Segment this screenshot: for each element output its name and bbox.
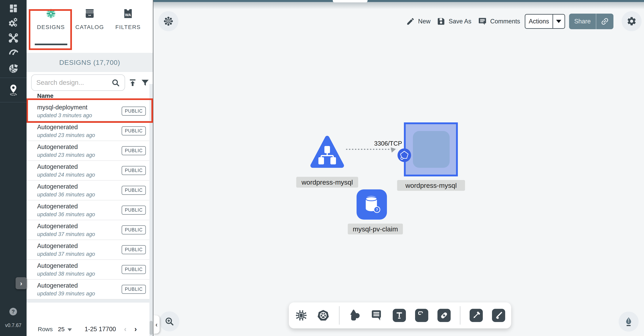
share-button-label[interactable]: Share [569, 14, 596, 29]
design-row[interactable]: Autogenerated updated 38 minutes ago PUB… [26, 260, 150, 280]
svg-text:?: ? [376, 208, 378, 212]
shapes-tool[interactable] [349, 308, 362, 322]
sidebar-divider [0, 102, 26, 102]
design-row[interactable]: Autogenerated updated 37 minutes ago PUB… [26, 240, 150, 260]
design-updated: updated 3 minutes ago [37, 112, 92, 119]
edge-wordpress-mysql[interactable] [346, 149, 397, 150]
copy-link-button[interactable] [596, 14, 614, 29]
actions-split-button[interactable]: Actions [525, 14, 565, 29]
share-split-button[interactable]: Share [569, 14, 614, 29]
tab-catalog[interactable]: CATALOG [71, 8, 109, 30]
app-version: v0.7.67 [0, 322, 26, 328]
canvas-settings-button[interactable] [622, 11, 642, 31]
visibility-badge: PUBLIC [122, 265, 146, 274]
new-button[interactable]: New [406, 14, 430, 29]
node-pvc-mysql-pv-claim[interactable]: ? [356, 189, 387, 220]
tab-filters-label: FILTERS [115, 24, 141, 30]
sidebar-item-performance[interactable] [0, 46, 26, 57]
connect-link-tool[interactable] [438, 309, 451, 322]
list-end-strip [26, 299, 150, 303]
freehand-pen-icon [494, 311, 503, 320]
design-updated: updated 23 minutes ago [37, 152, 95, 158]
design-list: mysql-deployment updated 3 minutes ago P… [26, 101, 150, 299]
dock-divider [339, 306, 340, 324]
tab-filters[interactable]: WA FILTERS [109, 8, 147, 30]
design-name: Autogenerated [37, 183, 95, 190]
comments-button[interactable]: Comments [478, 14, 520, 29]
list-scrollbar-thumb[interactable] [150, 321, 152, 335]
visibility-badge: PUBLIC [122, 146, 146, 155]
design-name: Autogenerated [37, 203, 95, 210]
port-badge[interactable] [397, 148, 411, 162]
node-label-deployment: wordpress-mysql [397, 180, 465, 191]
comment-tool[interactable] [371, 308, 384, 322]
kubernetes-tool[interactable] [317, 308, 330, 322]
tab-designs[interactable]: DESIGNS [32, 8, 70, 30]
list-scrollbar-track[interactable] [150, 84, 153, 336]
sidebar-item-lifecycle[interactable] [0, 17, 26, 30]
sidebar-item-extensions[interactable] [0, 63, 26, 74]
design-row[interactable]: mysql-deployment updated 3 minutes ago P… [26, 101, 150, 121]
sidebar-item-configuration[interactable] [0, 32, 26, 44]
tab-designs-label: DESIGNS [37, 24, 65, 30]
design-name: Autogenerated [37, 242, 95, 250]
node-label-pvc: mysql-pv-claim [348, 224, 403, 234]
rows-per-page-value[interactable]: 25 [58, 326, 64, 332]
text-icon [395, 311, 404, 320]
design-row[interactable]: Autogenerated updated 37 minutes ago PUB… [26, 220, 150, 240]
rows-per-page-caret-icon[interactable] [68, 328, 72, 331]
sidebar-item-kanvas[interactable] [0, 84, 26, 96]
app-sidebar: › ? v0.7.67 [0, 0, 26, 336]
save-as-button[interactable]: Save As [437, 14, 472, 29]
sidebar-expand-button[interactable]: › [16, 277, 27, 289]
comment-icon [478, 17, 487, 26]
upload-design-icon[interactable] [128, 78, 138, 88]
design-row[interactable]: Autogenerated updated 23 minutes ago PUB… [26, 121, 150, 141]
top-dock-handle[interactable] [333, 0, 368, 3]
svg-text:WA: WA [125, 13, 131, 17]
design-row[interactable]: Autogenerated updated 36 minutes ago PUB… [26, 200, 150, 220]
design-row[interactable]: Autogenerated updated 23 minutes ago PUB… [26, 141, 150, 161]
top-dock-strip [154, 0, 644, 2]
dock-toggle-button[interactable] [158, 11, 178, 31]
pagination-bar: Rows 25 1-25 17700 ‹ › [26, 323, 150, 335]
freehand-draw-tool[interactable] [492, 309, 505, 322]
design-canvas[interactable]: ‹ New Save As Comments Actions Share [154, 0, 644, 336]
actions-dropdown-button[interactable] [552, 15, 564, 28]
speedometer-icon [8, 46, 19, 57]
catalog-drawer-icon [84, 8, 95, 19]
panel-collapse-handle[interactable]: ‹ [154, 315, 160, 333]
actions-button-label[interactable]: Actions [525, 15, 552, 28]
arrow-annotation-tool[interactable] [470, 309, 483, 322]
design-row[interactable]: Autogenerated updated 36 minutes ago PUB… [26, 181, 150, 200]
text-tool[interactable] [393, 309, 406, 322]
pencil-icon [406, 17, 415, 26]
collapse-chevron-icon: ‹ [156, 320, 158, 328]
design-row[interactable]: Autogenerated updated 39 minutes ago PUB… [26, 280, 150, 299]
pen-mode-button[interactable] [619, 312, 638, 331]
save-as-button-label: Save As [449, 18, 472, 25]
kanvas-pin-icon [8, 84, 18, 96]
next-page-button[interactable]: › [134, 325, 137, 333]
new-button-label: New [418, 18, 430, 25]
design-row[interactable]: Autogenerated updated 24 minutes ago PUB… [26, 161, 150, 181]
gears-icon [8, 17, 20, 29]
extensions-pie-icon [8, 63, 19, 74]
crossed-wrenches-icon [8, 33, 18, 43]
filter-funnel-icon[interactable] [140, 78, 150, 88]
zoom-in-button[interactable] [160, 311, 180, 331]
component-chip-tool[interactable] [295, 308, 308, 322]
node-service-wordpress-mysql[interactable] [309, 134, 345, 171]
visibility-badge: PUBLIC [122, 285, 146, 294]
design-name: Autogenerated [37, 262, 95, 269]
chain-link-icon [440, 311, 449, 320]
help-button[interactable]: ? [10, 308, 17, 315]
rectangle-tool[interactable] [415, 309, 428, 322]
sidebar-item-dashboard[interactable] [0, 3, 26, 14]
node-label-service: wordpress-mysql [296, 177, 358, 188]
search-icon[interactable] [111, 78, 120, 87]
design-updated: updated 23 minutes ago [37, 132, 95, 138]
previous-page-button[interactable]: ‹ [124, 325, 126, 333]
node-deployment-wordpress-mysql[interactable] [404, 122, 458, 177]
list-column-header: Name [37, 92, 54, 99]
